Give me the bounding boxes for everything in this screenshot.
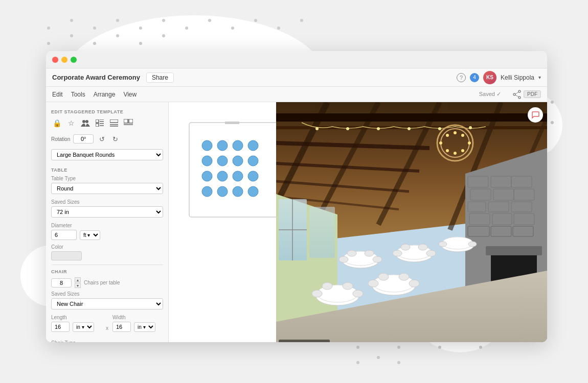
width-unit-select[interactable]: in ▾ xyxy=(134,322,155,332)
svg-point-124 xyxy=(446,149,449,152)
x-separator: x xyxy=(106,325,108,331)
svg-rect-52 xyxy=(129,119,133,123)
nav-tools[interactable]: Tools xyxy=(71,91,85,98)
svg-point-35 xyxy=(518,90,521,92)
help-icon[interactable]: ? xyxy=(457,73,466,82)
table-type-select[interactable]: Round xyxy=(51,183,163,194)
nav-bar: Edit Tools Arrange View Saved ✓ PDF xyxy=(46,87,547,102)
chairs-per-table-input[interactable] xyxy=(51,278,72,288)
floor-plan-svg xyxy=(179,112,291,230)
people-icon[interactable] xyxy=(80,117,91,129)
rotate-ccw-button[interactable]: ↺ xyxy=(97,134,107,144)
svg-point-55 xyxy=(202,140,212,151)
rotation-input[interactable] xyxy=(73,134,94,143)
template-dropdown[interactable]: Large Banquet Rounds xyxy=(51,149,163,160)
svg-point-57 xyxy=(233,140,243,151)
diameter-unit-select[interactable]: ft ▾ xyxy=(80,230,100,240)
svg-rect-142 xyxy=(486,246,542,255)
svg-point-155 xyxy=(312,290,322,297)
svg-point-176 xyxy=(426,250,436,256)
svg-point-113 xyxy=(438,127,441,130)
svg-rect-71 xyxy=(225,122,239,124)
svg-point-37 xyxy=(518,97,521,99)
stepper-down[interactable]: ▼ xyxy=(75,283,81,288)
nav-view[interactable]: View xyxy=(123,91,137,98)
width-label: Width xyxy=(112,315,163,320)
star-icon[interactable]: ☆ xyxy=(65,117,77,129)
nav-arrange[interactable]: Arrange xyxy=(94,91,116,98)
close-button[interactable] xyxy=(52,57,58,63)
svg-point-118 xyxy=(446,134,449,137)
svg-point-117 xyxy=(439,141,442,145)
width-col: Width in ▾ xyxy=(112,315,163,336)
svg-point-170 xyxy=(373,256,382,262)
svg-point-61 xyxy=(233,156,243,166)
svg-point-1 xyxy=(70,19,73,22)
export-icons: PDF xyxy=(512,90,541,99)
app-title: Corporate Award Ceremony xyxy=(52,74,140,81)
color-label: Color xyxy=(51,244,163,250)
svg-point-169 xyxy=(365,250,374,256)
pdf-button[interactable]: PDF xyxy=(524,90,541,98)
length-input[interactable] xyxy=(51,322,70,332)
share-icon[interactable] xyxy=(512,90,522,99)
svg-point-58 xyxy=(248,140,258,151)
menu-bar: Corporate Award Ceremony Share ? 4 KS Ke… xyxy=(46,68,547,87)
saved-status: Saved ✓ xyxy=(479,91,501,98)
svg-point-59 xyxy=(202,156,212,166)
share-button[interactable]: Share xyxy=(146,73,174,83)
3d-view: Navigation SHOW xyxy=(276,102,547,342)
svg-point-0 xyxy=(47,27,50,30)
svg-point-70 xyxy=(248,186,258,197)
width-input[interactable] xyxy=(112,322,131,332)
svg-point-40 xyxy=(82,120,85,123)
svg-point-66 xyxy=(248,171,258,181)
svg-point-158 xyxy=(353,290,363,297)
svg-point-32 xyxy=(356,361,359,364)
chair-type-label: Chair Type xyxy=(51,340,163,342)
app-window: Corporate Award Ceremony Share ? 4 KS Ke… xyxy=(46,51,547,342)
chat-button[interactable] xyxy=(528,107,543,123)
chair-saved-sizes-select[interactable]: New Chair xyxy=(51,298,163,309)
svg-point-122 xyxy=(461,149,464,152)
nav-edit[interactable]: Edit xyxy=(52,91,63,98)
saved-sizes-select[interactable]: 72 in xyxy=(51,206,163,218)
svg-point-110 xyxy=(346,127,349,130)
user-chevron-icon[interactable]: ▾ xyxy=(538,75,541,80)
svg-point-123 xyxy=(454,152,457,155)
svg-point-167 xyxy=(339,256,348,262)
svg-point-179 xyxy=(439,242,447,247)
svg-point-63 xyxy=(202,171,212,181)
svg-point-36 xyxy=(513,93,515,95)
length-unit-select[interactable]: in ▾ xyxy=(73,322,94,332)
diameter-input[interactable] xyxy=(51,230,77,240)
user-name: Kelli Sippola xyxy=(501,74,534,81)
stepper-up[interactable]: ▲ xyxy=(75,277,81,282)
left-panel: EDIT STAGGERED TEMPLATE 🔒 ☆ xyxy=(46,102,169,342)
chair-section-title: CHAIR xyxy=(51,269,163,274)
svg-point-156 xyxy=(322,282,332,290)
menu-actions: ? 4 KS Kelli Sippola ▾ xyxy=(457,71,541,84)
maximize-button[interactable] xyxy=(71,57,77,63)
svg-point-161 xyxy=(368,280,378,287)
user-avatar[interactable]: KS xyxy=(483,71,496,84)
svg-point-178 xyxy=(442,237,473,249)
separator-icon[interactable] xyxy=(108,117,120,129)
title-bar xyxy=(46,51,547,68)
chairs-per-table-row: ▲ ▼ Chairs per table xyxy=(51,277,163,288)
svg-point-114 xyxy=(469,126,472,129)
layout-icon[interactable] xyxy=(123,117,134,129)
svg-point-168 xyxy=(347,250,356,256)
svg-point-56 xyxy=(217,140,228,151)
color-swatch[interactable] xyxy=(51,251,82,260)
lock-icon[interactable]: 🔒 xyxy=(51,117,62,129)
rotate-cw-button[interactable]: ↻ xyxy=(110,134,120,144)
svg-point-41 xyxy=(85,120,88,123)
svg-rect-42 xyxy=(96,119,99,123)
svg-point-12 xyxy=(47,42,50,45)
notifications-button[interactable]: 4 xyxy=(470,73,479,82)
minimize-button[interactable] xyxy=(61,57,67,63)
grid-icon[interactable] xyxy=(94,117,105,129)
svg-point-34 xyxy=(397,361,400,364)
svg-point-3 xyxy=(116,19,119,22)
